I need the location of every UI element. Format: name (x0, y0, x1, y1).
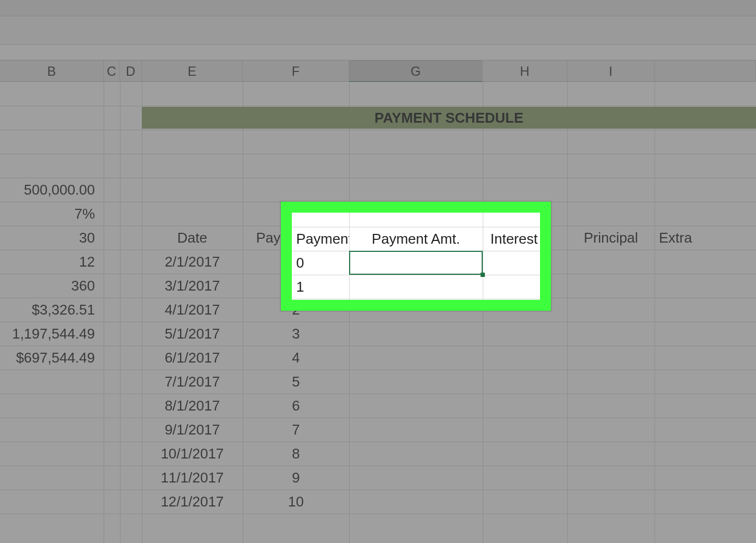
cells-area[interactable]: PAYMENT SCHEDULE 500,000.00 7% 30 12 360… (0, 82, 756, 543)
col-header-c[interactable]: C (104, 61, 120, 82)
header-payment-amt[interactable]: Payment Amt. (349, 226, 483, 250)
cell-date-9[interactable]: 11/1/2017 (142, 466, 243, 490)
cell-date-0[interactable]: 2/1/2017 (142, 250, 243, 274)
col-header-i[interactable]: I (567, 61, 655, 82)
col-header-f[interactable]: F (243, 61, 349, 82)
header-date[interactable]: Date (142, 226, 243, 250)
header-payment-no[interactable]: Payment no. (243, 226, 349, 250)
column-header-row: B C D E F G H I (0, 60, 756, 82)
cell-no-6[interactable]: 6 (243, 394, 349, 418)
cell-no-0[interactable]: 0 (243, 250, 349, 274)
cell-total-periods[interactable]: 360 (0, 274, 99, 298)
cell-no-10[interactable]: 10 (243, 490, 349, 514)
cell-date-4[interactable]: 6/1/2017 (142, 346, 243, 370)
col-header-j[interactable] (655, 61, 756, 82)
col-header-e[interactable]: E (142, 61, 243, 82)
col-header-d[interactable]: D (120, 61, 142, 82)
cell-no-4[interactable]: 4 (243, 346, 349, 370)
cell-no-3[interactable]: 3 (243, 322, 349, 346)
cell-date-3[interactable]: 5/1/2017 (142, 322, 243, 346)
selected-cell-outline (349, 250, 483, 274)
cell-monthly-payment[interactable]: $3,326.51 (0, 298, 99, 322)
cell-no-7[interactable]: 7 (243, 418, 349, 442)
payment-schedule-banner: PAYMENT SCHEDULE (142, 107, 756, 129)
cell-years[interactable]: 30 (0, 226, 99, 250)
cell-total-paid[interactable]: 1,197,544.49 (0, 322, 99, 346)
spreadsheet-grid[interactable]: B C D E F G H I (0, 0, 756, 543)
cell-date-2[interactable]: 4/1/2017 (142, 298, 243, 322)
cell-date-10[interactable]: 12/1/2017 (142, 490, 243, 514)
header-extra[interactable]: Extra (655, 226, 756, 250)
formula-bar-area (0, 16, 756, 45)
col-header-g[interactable]: G (349, 61, 483, 82)
cell-no-5[interactable]: 5 (243, 370, 349, 394)
header-interest[interactable]: Interest (483, 226, 567, 250)
cell-periods-per-year[interactable]: 12 (0, 250, 99, 274)
header-principal[interactable]: Principal (567, 226, 655, 250)
cell-no-9[interactable]: 9 (243, 466, 349, 490)
col-header-h[interactable]: H (483, 61, 567, 82)
cell-total-interest[interactable]: $697,544.49 (0, 346, 99, 370)
cell-no-8[interactable]: 8 (243, 442, 349, 466)
cell-no-1[interactable]: 1 (243, 274, 349, 298)
cell-date-1[interactable]: 3/1/2017 (142, 274, 243, 298)
ribbon-bar (0, 0, 756, 16)
cell-date-5[interactable]: 7/1/2017 (142, 370, 243, 394)
cell-date-8[interactable]: 10/1/2017 (142, 442, 243, 466)
col-header-b[interactable]: B (0, 61, 104, 82)
cell-date-6[interactable]: 8/1/2017 (142, 394, 243, 418)
cell-loan-amount[interactable]: 500,000.00 (0, 178, 99, 202)
cell-date-7[interactable]: 9/1/2017 (142, 418, 243, 442)
cell-no-2[interactable]: 2 (243, 298, 349, 322)
cell-rate[interactable]: 7% (0, 202, 99, 226)
